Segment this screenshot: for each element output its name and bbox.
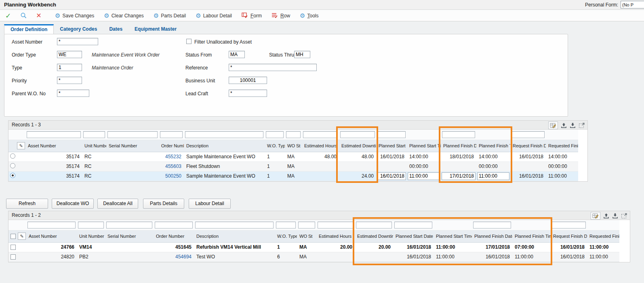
grid1-filter-estimated-hours[interactable]: [303, 131, 338, 138]
ok-button[interactable]: ✓: [4, 12, 12, 20]
grid1-filter-request-finish-date[interactable]: [511, 131, 545, 138]
grid2-filter-wo-st[interactable]: [298, 222, 315, 228]
detach-grid-button[interactable]: [621, 213, 627, 219]
grid2-filter-planned-finish-date[interactable]: [473, 222, 511, 228]
find-button[interactable]: [19, 12, 27, 20]
form-menu[interactable]: Form: [242, 12, 262, 19]
asset-number-field[interactable]: [57, 38, 98, 45]
grid1-filter-wo-type[interactable]: [266, 131, 284, 138]
tab-equipment-master[interactable]: Equipment Master: [128, 24, 183, 34]
type-field[interactable]: [57, 64, 82, 71]
row-menu[interactable]: Row: [271, 12, 290, 19]
select-all-checkbox[interactable]: [11, 234, 16, 239]
grid2-col-serial-number[interactable]: Serial Number: [105, 230, 154, 242]
tab-dates[interactable]: Dates: [103, 24, 128, 34]
order-number-link[interactable]: 455603: [165, 164, 181, 169]
row-select-radio[interactable]: [10, 163, 15, 168]
clear-changes-button[interactable]: ⚙ Clear Changes: [104, 12, 144, 19]
grid1-col-planned-finish-time[interactable]: Planned Finish Time: [476, 140, 510, 152]
save-changes-button[interactable]: ⚙ Save Changes: [55, 12, 94, 19]
priority-field[interactable]: [57, 77, 82, 84]
grid1-col-wo-type[interactable]: W.O. Type: [265, 140, 285, 152]
row-select-checkbox[interactable]: [11, 254, 16, 260]
tools-menu[interactable]: ⚙ Tools: [300, 12, 318, 19]
tab-category-codes[interactable]: Category Codes: [54, 24, 103, 34]
customize-grid-button[interactable]: [548, 122, 558, 129]
grid1-filter-planned-finish-date[interactable]: [442, 131, 475, 138]
labour-detail-button[interactable]: Labour Detail: [189, 199, 231, 209]
grid2-col-description[interactable]: Description: [194, 230, 275, 242]
grid1-filter-planned-start-date[interactable]: [377, 131, 406, 138]
grid2-filter-estimated-downtime[interactable]: [356, 222, 392, 228]
row-select-radio[interactable]: [10, 153, 15, 159]
planned-finish-date-input[interactable]: [442, 172, 476, 180]
grid1-col-planned-finish-date[interactable]: Planned Finish Date: [441, 140, 476, 152]
grid2-col-planned-finish-time[interactable]: Planned Finish Time: [512, 230, 551, 242]
planned-start-time-input[interactable]: [408, 172, 440, 180]
grid2-col-planned-start-time[interactable]: Planned Start Time: [434, 230, 472, 242]
deallocate-wo-button[interactable]: Deallocate WO: [52, 199, 94, 209]
grid1-col-estimated-hours[interactable]: Estimated Hours: [302, 140, 339, 152]
grid1-col-wo-st[interactable]: WO St: [285, 140, 302, 152]
grid2-col-estimated-downtime[interactable]: Estimated Downtime: [355, 230, 393, 242]
order-number-link[interactable]: 454694: [175, 254, 192, 260]
grid1-filter-description[interactable]: [185, 131, 263, 138]
status-from-field[interactable]: [229, 51, 245, 58]
grid2-col-order-number[interactable]: Order Number: [154, 230, 194, 242]
grid2-filter-description[interactable]: [195, 222, 274, 228]
grid2-col-unit-number[interactable]: Unit Number: [77, 230, 105, 242]
grid1-col-planned-start-time[interactable]: Planned Start Time: [407, 140, 441, 152]
grid2-filter-serial-number[interactable]: [106, 222, 152, 228]
grid1-col-planned-start-date[interactable]: Planned Start Date: [376, 140, 407, 152]
grid1-filter-serial-number[interactable]: [107, 131, 158, 138]
personal-form-select[interactable]: (No P: [621, 1, 644, 8]
detach-grid-button[interactable]: [579, 122, 585, 128]
order-type-field[interactable]: [57, 51, 82, 58]
grid2-filter-wo-type[interactable]: [276, 222, 296, 228]
attachment-icon[interactable]: ✎: [18, 233, 26, 240]
status-thru-field[interactable]: [294, 51, 310, 58]
grid1-col-description[interactable]: Description: [184, 140, 265, 152]
deallocate-all-button[interactable]: Deallocate All: [97, 199, 138, 209]
customize-grid-button[interactable]: [591, 212, 600, 220]
grid1-filter-unit-number[interactable]: [83, 131, 105, 138]
grid1-col-request-finish-date[interactable]: Request Finish Date: [510, 140, 546, 152]
grid2-col-estimated-hours[interactable]: Estimated Hours: [316, 230, 355, 242]
grid1-col-asset-number[interactable]: Asset Number: [25, 140, 82, 152]
planned-finish-time-input[interactable]: [477, 172, 509, 180]
grid2-col-wo-st[interactable]: WO St: [297, 230, 316, 242]
grid1-col-order-number[interactable]: Order Number: [159, 140, 184, 152]
grid2-filter-order-number[interactable]: [155, 222, 193, 228]
grid2-filter-unit-number[interactable]: [78, 222, 104, 228]
tab-order-definition[interactable]: Order Definition: [4, 24, 54, 34]
cancel-button[interactable]: ✕: [35, 12, 43, 20]
filter-unallocated-checkbox[interactable]: [186, 39, 192, 44]
grid2-col-wo-type[interactable]: W.O. Type: [275, 230, 297, 242]
parts-details-button[interactable]: Parts Details: [143, 199, 184, 209]
grid2-col-planned-start-date[interactable]: Planned Start Date: [393, 230, 434, 242]
row-select-radio[interactable]: [10, 173, 15, 178]
planned-start-date-input[interactable]: [377, 172, 406, 180]
order-number-link[interactable]: 500250: [165, 173, 181, 179]
export-grid-button[interactable]: [561, 122, 567, 128]
import-grid-button[interactable]: [570, 122, 576, 128]
parent-wo-field[interactable]: [57, 90, 89, 97]
grid1-filter-wo-st[interactable]: [286, 131, 301, 138]
labour-detail-button[interactable]: ⚙ Labour Detail: [196, 12, 232, 19]
business-unit-field[interactable]: [229, 77, 267, 84]
reference-field[interactable]: [229, 64, 317, 71]
grid2-col-planned-finish-date[interactable]: Planned Finish Date: [472, 230, 512, 242]
grid1-col-requested-finish-time[interactable]: Requested Finish Time: [546, 140, 578, 152]
parts-detail-button[interactable]: ⚙ Parts Detail: [154, 12, 186, 19]
refresh-button[interactable]: Refresh: [6, 199, 48, 209]
lead-craft-field[interactable]: [229, 90, 267, 97]
export-grid-button[interactable]: [603, 213, 609, 219]
grid2-filter-planned-start-date[interactable]: [394, 222, 432, 228]
grid1-filter-order-number[interactable]: [160, 131, 183, 138]
grid1-col-unit-number[interactable]: Unit Number: [82, 140, 106, 152]
attachment-icon[interactable]: ✎: [17, 142, 25, 149]
grid2-filter-request-finish-date[interactable]: [552, 222, 586, 228]
grid2-col-request-finish-date[interactable]: Request Finish Date: [551, 230, 587, 242]
grid1-filter-estimated-downtime[interactable]: [340, 131, 375, 138]
grid2-col-requested-finish-time[interactable]: Requested Finish Time: [587, 230, 619, 242]
